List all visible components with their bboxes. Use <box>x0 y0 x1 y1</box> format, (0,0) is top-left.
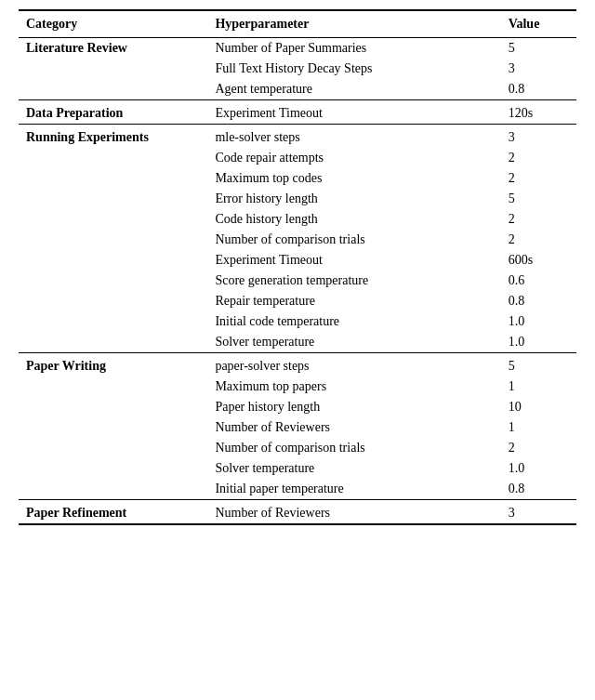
category-cell: Paper Writing <box>19 353 207 377</box>
table-row: Data PreparationExperiment Timeout120s <box>19 100 576 125</box>
table-row: Number of comparison trials2 <box>19 438 576 458</box>
category-cell: Data Preparation <box>19 100 207 125</box>
col-header-value: Value <box>501 10 576 38</box>
table-row: Repair temperature0.8 <box>19 291 576 311</box>
value-cell: 3 <box>501 59 576 79</box>
value-cell: 1.0 <box>501 458 576 479</box>
value-cell: 1.0 <box>501 311 576 332</box>
table-row: Solver temperature1.0 <box>19 332 576 353</box>
category-cell <box>19 271 207 291</box>
value-cell: 1.0 <box>501 332 576 353</box>
table-row: Literature ReviewNumber of Paper Summari… <box>19 38 576 59</box>
table-row: Maximum top papers1 <box>19 376 576 397</box>
category-cell <box>19 311 207 332</box>
hyperparameter-cell: Initial paper temperature <box>207 479 500 500</box>
category-cell <box>19 59 207 79</box>
hyperparameter-cell: Solver temperature <box>207 332 500 353</box>
table-row: Solver temperature1.0 <box>19 458 576 479</box>
hyperparameter-cell: Number of comparison trials <box>207 438 500 458</box>
value-cell: 0.8 <box>501 479 576 500</box>
hyperparameter-cell: Paper history length <box>207 397 500 417</box>
table-row: Score generation temperature0.6 <box>19 271 576 291</box>
value-cell: 10 <box>501 397 576 417</box>
table-row: Initial paper temperature0.8 <box>19 479 576 500</box>
category-cell <box>19 230 207 250</box>
table-row: Experiment Timeout600s <box>19 250 576 271</box>
hyperparameter-cell: Experiment Timeout <box>207 250 500 271</box>
hyperparameter-cell: Initial code temperature <box>207 311 500 332</box>
table-row: Code history length2 <box>19 209 576 230</box>
category-cell: Paper Refinement <box>19 500 207 525</box>
category-cell <box>19 458 207 479</box>
value-cell: 2 <box>501 230 576 250</box>
value-cell: 1 <box>501 376 576 397</box>
value-cell: 5 <box>501 353 576 377</box>
category-cell <box>19 332 207 353</box>
category-cell <box>19 189 207 209</box>
table-row: Code repair attempts2 <box>19 148 576 168</box>
category-cell <box>19 417 207 438</box>
table-row: Full Text History Decay Steps3 <box>19 59 576 79</box>
category-cell <box>19 479 207 500</box>
table-row: Paper Writingpaper-solver steps5 <box>19 353 576 377</box>
value-cell: 2 <box>501 209 576 230</box>
category-cell: Literature Review <box>19 38 207 59</box>
table-row: Maximum top codes2 <box>19 168 576 189</box>
table-row: Number of Reviewers1 <box>19 417 576 438</box>
hyperparameter-cell: Maximum top papers <box>207 376 500 397</box>
value-cell: 3 <box>501 125 576 149</box>
hyperparameter-cell: Number of Reviewers <box>207 500 500 525</box>
hyperparameter-table: Category Hyperparameter Value Literature… <box>19 9 576 525</box>
category-cell <box>19 148 207 168</box>
hyperparameter-cell: Number of Reviewers <box>207 417 500 438</box>
col-header-category: Category <box>19 10 207 38</box>
hyperparameter-cell: Solver temperature <box>207 458 500 479</box>
hyperparameter-cell: Maximum top codes <box>207 168 500 189</box>
value-cell: 120s <box>501 100 576 125</box>
hyperparameter-cell: Repair temperature <box>207 291 500 311</box>
category-cell <box>19 168 207 189</box>
value-cell: 600s <box>501 250 576 271</box>
value-cell: 0.6 <box>501 271 576 291</box>
hyperparameter-cell: mle-solver steps <box>207 125 500 149</box>
value-cell: 0.8 <box>501 291 576 311</box>
category-cell <box>19 376 207 397</box>
value-cell: 5 <box>501 189 576 209</box>
table-row: Initial code temperature1.0 <box>19 311 576 332</box>
value-cell: 1 <box>501 417 576 438</box>
table-row: Error history length5 <box>19 189 576 209</box>
hyperparameter-cell: Error history length <box>207 189 500 209</box>
hyperparameter-cell: Score generation temperature <box>207 271 500 291</box>
hyperparameter-cell: Experiment Timeout <box>207 100 500 125</box>
category-cell <box>19 438 207 458</box>
value-cell: 5 <box>501 38 576 59</box>
category-cell <box>19 397 207 417</box>
hyperparameter-cell: Agent temperature <box>207 79 500 100</box>
value-cell: 2 <box>501 148 576 168</box>
category-cell <box>19 250 207 271</box>
hyperparameter-cell: Full Text History Decay Steps <box>207 59 500 79</box>
table-row: Agent temperature0.8 <box>19 79 576 100</box>
table-row: Paper RefinementNumber of Reviewers3 <box>19 500 576 525</box>
table-row: Number of comparison trials2 <box>19 230 576 250</box>
table-row: Paper history length10 <box>19 397 576 417</box>
hyperparameter-cell: paper-solver steps <box>207 353 500 377</box>
hyperparameter-cell: Number of comparison trials <box>207 230 500 250</box>
value-cell: 3 <box>501 500 576 525</box>
category-cell <box>19 209 207 230</box>
category-cell: Running Experiments <box>19 125 207 149</box>
value-cell: 2 <box>501 168 576 189</box>
value-cell: 2 <box>501 438 576 458</box>
category-cell <box>19 291 207 311</box>
category-cell <box>19 79 207 100</box>
hyperparameter-cell: Number of Paper Summaries <box>207 38 500 59</box>
col-header-hyperparameter: Hyperparameter <box>207 10 500 38</box>
hyperparameter-cell: Code repair attempts <box>207 148 500 168</box>
value-cell: 0.8 <box>501 79 576 100</box>
hyperparameter-cell: Code history length <box>207 209 500 230</box>
table-row: Running Experimentsmle-solver steps3 <box>19 125 576 149</box>
